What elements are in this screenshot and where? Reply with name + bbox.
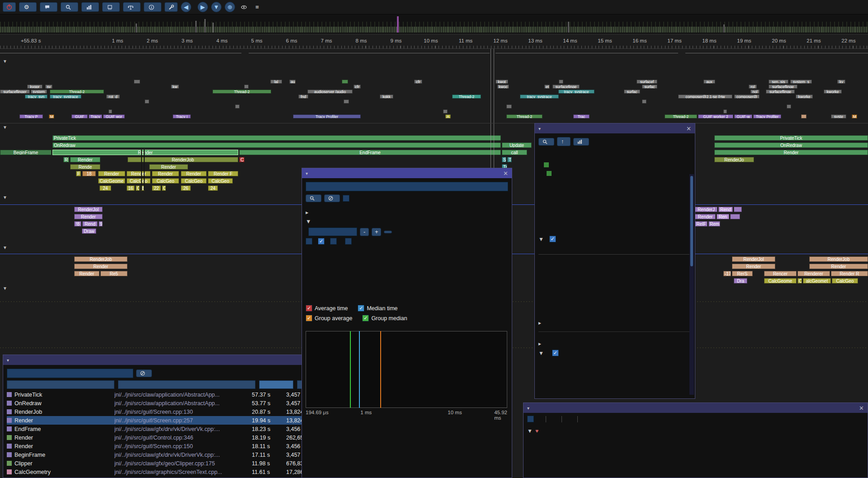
timeline-zone[interactable]: PrivateTick [52,135,501,141]
timeline-zone[interactable]: CalcGeo [181,178,207,184]
compare-button[interactable] [123,2,141,12]
timeline-zone[interactable]: RenderJob [809,256,868,262]
min-bin-input[interactable] [308,227,357,236]
cpu-zone[interactable] [108,109,112,114]
cpu-zone[interactable] [559,80,563,84]
timeline-zone[interactable]: Render [74,264,127,269]
cpu-zone[interactable]: Tracy I [173,114,191,118]
cpu-zone[interactable]: nol [750,90,760,94]
cpu-zone[interactable]: lal [270,80,282,84]
cumulate-time-checkbox[interactable] [330,238,337,245]
cpu-zone[interactable] [801,114,807,118]
timeline-zone[interactable]: -17 [723,271,731,276]
legend-checkbox[interactable]: ✓ [306,315,312,322]
timeline-zone[interactable]: Re5 [100,271,127,276]
timeline-zone[interactable]: OnRedraw [714,142,868,148]
collapse-icon[interactable]: ▼ [306,218,311,225]
cpu-zone[interactable]: surfaceflinge [769,85,797,89]
cpu-zone[interactable]: surfacefinge [552,85,580,89]
timeline-zone[interactable]: Render [152,171,179,176]
timeline-zone[interactable]: Rem [708,221,720,227]
cpu-zone[interactable]: fnd [298,95,308,99]
cpu-zone[interactable]: ky [837,80,845,84]
cpu-zone[interactable]: kwoc [497,85,509,89]
timeline-zone[interactable]: Render [98,171,125,176]
timeline-zone[interactable]: PrivateTick [714,135,868,141]
cpu-zone[interactable]: au [289,80,296,84]
scrollbar-thumb[interactable] [690,176,693,266]
find-zone-titlebar[interactable]: ▾✕ [302,168,512,178]
cpu-zone[interactable]: system_s [790,80,812,84]
cpu-zone[interactable]: aux [703,80,715,84]
cpu-zone[interactable]: surfac [642,85,657,89]
expand-icon[interactable]: ▸ [538,320,541,326]
timeline-zone[interactable]: Rende [70,164,100,170]
clear-button[interactable] [324,194,340,202]
timeline-zone[interactable]: Draw [82,228,96,234]
cpu-zone[interactable]: cfr [414,80,422,84]
cpu-zone[interactable]: Thread-2 [665,114,697,118]
cpu-zone[interactable]: composer@2.1-se (Hw [678,95,732,99]
timeline-zone[interactable]: S [502,157,506,162]
close-icon[interactable]: ✕ [686,125,691,132]
cpu-zone[interactable]: surfaceflinge [766,90,795,94]
cpu-zone[interactable] [344,99,349,104]
timeline-zone[interactable]: T [507,157,512,162]
timeline-zone[interactable]: C [136,185,140,191]
cpu-zone[interactable]: Thread-2 [452,95,481,99]
frame-range-right[interactable] [495,49,868,57]
close-icon[interactable]: ✕ [859,405,864,412]
prev-frame-button[interactable]: ◀ [181,2,191,12]
timeline-zone[interactable]: Render [70,157,100,162]
go-to-parent-button[interactable]: ↑ [557,137,571,146]
cpu-zone[interactable]: Tracy Profiler [293,114,361,118]
timeline-zone[interactable]: RenderJob [74,256,127,262]
frames-overview-strip[interactable] [0,14,868,34]
cpu-zone[interactable] [235,104,240,109]
cpu-zone[interactable]: rot_d [106,95,120,99]
cpu-zone[interactable]: A [445,114,451,118]
next-frame-button[interactable]: ▶ [198,2,208,12]
timeline-zone[interactable]: OnRedraw [52,142,501,148]
timeline-zone[interactable]: Render [74,214,103,219]
cpu-data-header[interactable]: ▼ [3,59,10,64]
timeline-zone[interactable]: RenderJol [732,256,775,262]
timeline-zone[interactable]: RenderJoI [74,207,103,212]
zoom-to-zone-button[interactable] [538,138,554,146]
collapse-icon[interactable]: ▾ [7,358,9,363]
cpu-zone[interactable]: tracy_syn [25,95,47,99]
timeline-zone[interactable]: RenderJ [695,207,717,212]
cpu-zone[interactable]: GUIF [71,114,88,118]
cpu-zone[interactable]: syste [831,114,846,118]
cpu-zone[interactable]: surfaceflinger [0,90,30,94]
timeline-zone[interactable]: Render [732,264,775,269]
cpu-zone[interactable] [134,80,140,84]
timeline-zone[interactable]: 18 [82,171,96,176]
timeline-zone[interactable]: call [502,150,527,155]
timeline-zone[interactable]: alcGeomet [803,278,831,284]
cpu-zone[interactable]: surfac [624,90,640,94]
group-children-checkbox[interactable]: ✓ [552,350,559,356]
cpu-zone[interactable]: kwot [495,80,508,84]
cpu-zone[interactable]: sy [45,85,52,89]
find-button[interactable] [306,194,321,202]
cpu-zone[interactable] [787,104,791,109]
cpu-zone[interactable]: GUIF worker 2 [698,114,733,118]
timeline-zone[interactable]: C [797,278,802,284]
timeline-zone[interactable] [734,207,742,212]
cpu-zone[interactable]: Thread-2 [50,90,104,94]
ignore-case-checkbox[interactable] [343,195,349,202]
cpu-zone[interactable]: kw [171,85,179,89]
cpu-zone[interactable]: GUIF-w [734,114,752,118]
collapse-icon[interactable]: ▼ [3,286,7,291]
cpu-zone[interactable]: Tracy P [19,114,43,118]
cpu-zone[interactable] [145,99,149,104]
statistics-clear-button[interactable] [136,369,152,377]
cpu-zone[interactable]: kgkk [380,95,393,99]
cpu-zone[interactable]: rol [749,85,757,89]
zone-info-scrollbar[interactable] [689,174,694,395]
frame-dropdown-button[interactable]: ▼ [211,2,222,12]
timeline-zone[interactable]: 22 [152,185,161,191]
timeline-zone[interactable]: CalcGeo [832,278,858,284]
cpu-zone[interactable]: audioserver /audio [307,90,353,94]
